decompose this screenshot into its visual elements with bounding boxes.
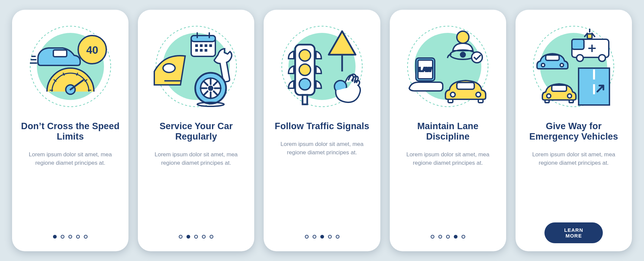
dot[interactable]: [454, 235, 458, 239]
car-service-icon: [151, 21, 241, 112]
onboarding-card-service: Service Your Car Regularly Lorem ipsum d…: [138, 10, 254, 251]
card-body: Lorem ipsum dolor sit amet, mea regione …: [276, 140, 367, 157]
svg-rect-20: [205, 44, 207, 47]
dot[interactable]: [305, 235, 309, 239]
svg-point-43: [299, 64, 311, 75]
svg-point-77: [568, 94, 572, 98]
svg-rect-15: [191, 36, 215, 42]
onboarding-card-emergency: Give Way for Emergency Vehicles Lorem ip…: [516, 10, 632, 251]
dot[interactable]: [61, 235, 64, 239]
card-title: Follow Traffic Signals: [275, 121, 369, 132]
dot[interactable]: [186, 235, 190, 239]
card-body: Lorem ipsum dolor sit amet, mea regione …: [151, 151, 241, 167]
svg-rect-69: [546, 55, 559, 60]
svg-point-28: [208, 86, 213, 91]
dot[interactable]: [328, 235, 332, 239]
svg-rect-59: [478, 99, 483, 103]
dot-indicator: [264, 235, 380, 239]
svg-point-65: [577, 55, 583, 61]
svg-rect-22: [195, 49, 198, 52]
card-body: Lorem ipsum dolor sit amet, mea regione …: [25, 151, 116, 167]
dot[interactable]: [202, 235, 206, 239]
svg-point-49: [457, 31, 469, 43]
svg-rect-21: [209, 44, 212, 47]
dot[interactable]: [84, 235, 88, 239]
dot[interactable]: [210, 235, 213, 239]
emergency-vehicle-icon: [528, 21, 619, 112]
svg-rect-24: [205, 49, 207, 52]
dot[interactable]: [68, 235, 72, 239]
svg-point-70: [541, 63, 545, 67]
svg-rect-3: [53, 50, 67, 57]
svg-rect-75: [552, 85, 567, 91]
dot-indicator: [138, 235, 254, 239]
card-title: Service Your Car Regularly: [147, 121, 246, 142]
svg-point-52: [472, 52, 482, 63]
traffic-signal-icon: [277, 21, 367, 112]
onboarding-card-lane: LAW Maintain Lane Discipline Lorem ipsum…: [390, 10, 506, 251]
dot[interactable]: [446, 235, 450, 239]
svg-rect-79: [569, 100, 573, 103]
svg-rect-58: [448, 99, 453, 103]
svg-rect-45: [303, 95, 307, 104]
svg-point-71: [560, 63, 564, 67]
card-title: Maintain Lane Discipline: [398, 121, 497, 142]
dot[interactable]: [438, 235, 442, 239]
svg-rect-19: [200, 44, 203, 47]
dot[interactable]: [194, 235, 198, 239]
card-body: Lorem ipsum dolor sit amet, mea regione …: [528, 151, 619, 167]
svg-rect-63: [572, 39, 584, 49]
dot-indicator: [12, 235, 128, 239]
svg-rect-23: [200, 49, 203, 52]
svg-point-66: [599, 55, 605, 61]
lane-discipline-icon: LAW: [402, 21, 493, 112]
svg-point-51: [461, 52, 465, 57]
svg-rect-18: [195, 44, 198, 47]
onboarding-card-signals: Follow Traffic Signals Lorem ipsum dolor…: [264, 10, 380, 251]
speed-limit-icon: 40: [25, 21, 116, 112]
onboarding-card-speed: 40: [12, 10, 128, 251]
dot-indicator: [390, 235, 506, 239]
dot[interactable]: [320, 235, 324, 239]
svg-point-76: [547, 94, 551, 98]
svg-point-44: [299, 79, 311, 90]
card-title: Give Way for Emergency Vehicles: [524, 121, 623, 142]
speed-sign-value: 40: [86, 44, 98, 56]
card-body: Lorem ipsum dolor sit amet, mea regione …: [402, 151, 493, 167]
svg-rect-64: [587, 34, 592, 39]
dot[interactable]: [76, 235, 80, 239]
svg-point-42: [299, 50, 311, 61]
svg-point-57: [476, 92, 481, 97]
svg-rect-55: [457, 83, 474, 89]
dot[interactable]: [431, 235, 434, 239]
dot[interactable]: [53, 235, 57, 239]
card-title: Don’t Cross the Speed Limits: [21, 121, 120, 142]
law-label: LAW: [419, 66, 432, 73]
dot[interactable]: [462, 235, 465, 239]
learn-more-button[interactable]: LEARN MORE: [545, 222, 603, 243]
svg-rect-78: [545, 100, 549, 103]
dot[interactable]: [336, 235, 339, 239]
dot[interactable]: [179, 235, 182, 239]
svg-point-56: [450, 92, 455, 97]
dot[interactable]: [313, 235, 316, 239]
svg-point-25: [163, 64, 175, 72]
